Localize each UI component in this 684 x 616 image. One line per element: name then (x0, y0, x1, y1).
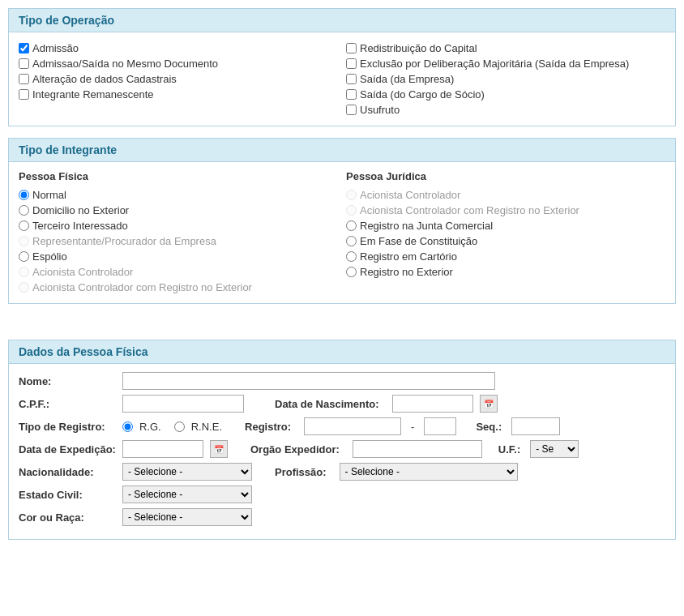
orgao-expedidor-label: Orgão Expedidor: (250, 443, 340, 456)
estado-civil-row: Estado Civil: - Selecione -Solteiro(a)Ca… (19, 486, 665, 503)
dados-pessoa-fisica-section: Dados da Pessoa Física Nome: C.P.F.: Dat… (8, 340, 676, 540)
pf-radio-input (19, 236, 29, 246)
cpf-nascimento-row: C.P.F.: Data de Nascimento: 📅 (19, 395, 665, 413)
tipo-registro-rne-radio[interactable] (174, 421, 185, 432)
tipo-registro-radios: R.G. R.N.E. (122, 421, 222, 433)
checkbox-label: Integrante Remanescente (32, 88, 154, 101)
pj-radio-input[interactable] (346, 267, 357, 277)
checkbox-input[interactable] (19, 58, 29, 69)
pf-radio-label: Domicilio no Exterior (32, 204, 129, 216)
uf-select[interactable]: - SeACALAPAMBACEDFESGOMAMTMSMGPAPBPRPEPI… (530, 440, 579, 458)
pf-radio-item: Acionista Controlador com Registro no Ex… (19, 280, 338, 295)
nacionalidade-label: Nacionalidade: (19, 466, 116, 478)
tipo-integrante-title: Tipo de Integrante (19, 143, 117, 156)
checkbox-item: Redistribuição do Capital (346, 41, 665, 56)
pj-radio-input[interactable] (346, 236, 357, 246)
dados-header: Dados da Pessoa Física (9, 340, 675, 364)
pj-radio-label: Registro no Exterior (360, 266, 453, 278)
tipo-registro-rne-label: R.N.E. (191, 421, 222, 433)
tipo-operacao-col2: Redistribuição do CapitalExclusão por De… (346, 41, 665, 118)
registro-seq-wrap: Registro: - Seq.: (229, 417, 665, 435)
checkbox-label: Admissao/Saída no Mesmo Documento (32, 58, 218, 70)
checkbox-input[interactable] (346, 43, 357, 53)
tipo-operacao-col1: AdmissãoAdmissao/Saída no Mesmo Document… (19, 41, 338, 118)
pj-radio-label: Registro na Junta Comercial (360, 220, 493, 232)
checkbox-label: Exclusão por Deliberação Majoritária (Sa… (360, 58, 629, 70)
cor-raca-label: Cor ou Raça: (19, 511, 116, 524)
dados-body: Nome: C.P.F.: Data de Nascimento: 📅 Tipo… (9, 364, 675, 539)
tipo-registro-row: Tipo de Registro: R.G. R.N.E. Registro: … (19, 417, 665, 435)
checkbox-input[interactable] (346, 58, 357, 69)
checkbox-item: Exclusão por Deliberação Majoritária (Sa… (346, 56, 665, 71)
pj-radio-label: Acionista Controlador com Registro no Ex… (360, 204, 579, 216)
checkbox-input[interactable] (346, 105, 357, 115)
tipo-operacao-header: Tipo de Operação (9, 9, 675, 32)
pj-radio-label: Em Fase de Constituição (360, 235, 477, 247)
estado-civil-label: Estado Civil: (19, 489, 116, 501)
pj-radio-input[interactable] (346, 251, 357, 262)
pf-radio-input (19, 282, 29, 293)
seq-input[interactable] (511, 417, 560, 435)
pf-radio-item: Normal (19, 187, 338, 203)
profissao-wrap: Profissão: - Selecione - (259, 463, 665, 481)
tipo-registro-rg-label: R.G. (139, 421, 161, 433)
nome-input[interactable] (122, 372, 495, 390)
pj-radio-item: Registro no Exterior (346, 264, 665, 280)
pf-radio-item: Terceiro Interessado (19, 218, 338, 233)
profissao-label: Profissão: (275, 466, 327, 478)
cpf-input[interactable] (122, 395, 244, 413)
pessoa-juridica-options: Acionista ControladorAcionista Controlad… (346, 187, 665, 280)
orgao-expedidor-input[interactable] (353, 440, 482, 458)
registro-dash: - (411, 421, 414, 433)
tipo-operacao-section: Tipo de Operação AdmissãoAdmissao/Saída … (8, 8, 676, 126)
estado-civil-select[interactable]: - Selecione -Solteiro(a)Casado(a)Divorci… (122, 486, 252, 503)
pf-radio-input[interactable] (19, 205, 29, 216)
pj-radio-item: Acionista Controlador (346, 187, 665, 203)
data-nascimento-wrap: Data de Nascimento: 📅 (275, 395, 665, 413)
data-expedicao-input[interactable] (122, 440, 203, 458)
data-expedicao-calendar-button[interactable]: 📅 (210, 440, 228, 458)
pj-radio-input[interactable] (346, 220, 357, 231)
pj-radio-item: Registro em Cartório (346, 249, 665, 264)
pf-radio-input[interactable] (19, 190, 29, 200)
pf-radio-input[interactable] (19, 251, 29, 262)
checkbox-input[interactable] (19, 89, 29, 100)
dados-title: Dados da Pessoa Física (19, 345, 148, 358)
data-nascimento-input[interactable] (392, 395, 473, 413)
checkbox-input[interactable] (19, 74, 29, 84)
checkbox-item: Admissão (19, 41, 338, 56)
tipo-integrante-header: Tipo de Integrante (9, 139, 675, 162)
nacionalidade-select[interactable]: - Selecione -BrasileiraEstrangeira (122, 463, 252, 481)
pf-radio-label: Acionista Controlador (32, 266, 133, 278)
pf-radio-item: Acionista Controlador (19, 264, 338, 280)
cor-raca-select[interactable]: - Selecione -BrancaPretaPardaAmarelaIndí… (122, 508, 252, 526)
registro-digit-input[interactable] (424, 417, 456, 435)
pj-radio-label: Registro em Cartório (360, 250, 457, 263)
checkbox-label: Alteração de dados Cadastrais (32, 73, 177, 85)
checkbox-label: Admissão (32, 42, 79, 54)
checkbox-label: Saída (da Empresa) (360, 73, 454, 85)
pf-radio-label: Representante/Procurador da Empresa (32, 235, 216, 247)
pessoa-juridica-header: Pessoa Jurídica (346, 170, 665, 182)
profissao-select[interactable]: - Selecione - (340, 463, 518, 481)
pf-radio-label: Acionista Controlador com Registro no Ex… (32, 281, 252, 293)
pf-radio-input[interactable] (19, 220, 29, 231)
data-expedicao-label: Data de Expedição: (19, 443, 116, 456)
registro-input[interactable] (304, 417, 401, 435)
seq-label: Seq.: (476, 421, 502, 433)
checkbox-input[interactable] (346, 89, 357, 100)
checkbox-label: Usufruto (360, 104, 400, 116)
tipo-operacao-grid: AdmissãoAdmissao/Saída no Mesmo Document… (19, 41, 665, 118)
checkbox-input[interactable] (346, 74, 357, 84)
tipo-registro-rg-radio[interactable] (122, 421, 133, 432)
data-nascimento-label: Data de Nascimento: (275, 398, 379, 410)
checkbox-label: Saída (do Cargo de Sócio) (360, 88, 485, 101)
pf-radio-item: Representante/Procurador da Empresa (19, 233, 338, 249)
tipo-operacao-body: AdmissãoAdmissao/Saída no Mesmo Document… (9, 32, 675, 126)
checkbox-label: Redistribuição do Capital (360, 42, 477, 54)
expedicao-row: Data de Expedição: 📅 Orgão Expedidor: U.… (19, 440, 665, 458)
cpf-field-wrap (122, 395, 268, 413)
data-nascimento-calendar-button[interactable]: 📅 (480, 395, 498, 413)
cor-raca-row: Cor ou Raça: - Selecione -BrancaPretaPar… (19, 508, 665, 526)
checkbox-input[interactable] (19, 43, 29, 53)
